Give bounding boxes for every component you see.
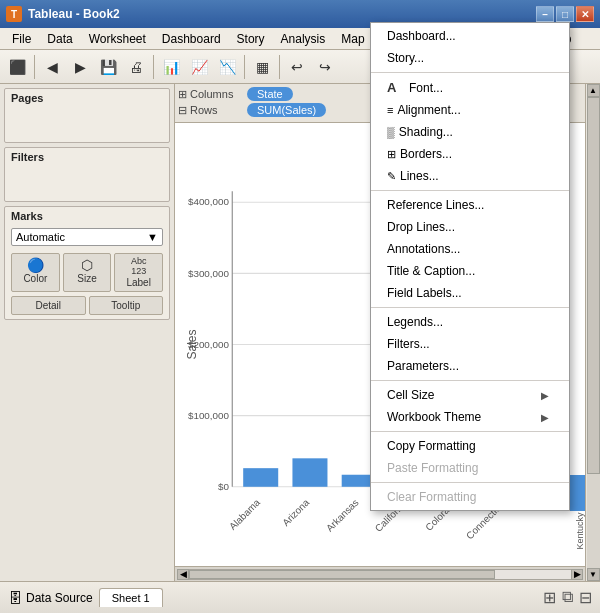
rows-pill[interactable]: SUM(Sales)	[247, 103, 326, 117]
dd-sep-2	[371, 190, 569, 191]
marks-size-btn[interactable]: ⬡ Size	[63, 253, 112, 292]
rows-grid-icon: ⊟	[178, 104, 187, 117]
dd-shading[interactable]: ▒ Shading...	[371, 121, 569, 143]
toolbar-forward[interactable]: ▶	[67, 54, 93, 80]
dd-font[interactable]: A Font...	[371, 76, 569, 99]
bar-alabama	[243, 468, 278, 487]
marks-size-label: Size	[77, 273, 96, 284]
filters-body	[5, 166, 169, 201]
dd-paste-formatting: Paste Formatting	[371, 457, 569, 479]
dd-ref-lines[interactable]: Reference Lines...	[371, 194, 569, 216]
sort-icon[interactable]: ⊟	[579, 588, 592, 607]
columns-pill[interactable]: State	[247, 87, 293, 101]
filters-section: Filters	[4, 147, 170, 202]
toolbar-filter[interactable]: ▦	[249, 54, 275, 80]
h-scrollbar-track[interactable]	[189, 569, 571, 580]
scroll-up-btn[interactable]: ▲	[587, 84, 600, 97]
dd-clear-formatting: Clear Formatting	[371, 486, 569, 508]
marks-type-label: Automatic	[16, 231, 65, 243]
toolbar-print[interactable]: 🖨	[123, 54, 149, 80]
y-tick-3: $300,000	[188, 268, 230, 279]
dropdown-arrow-icon: ▼	[147, 231, 158, 243]
y-tick-2: $200,000	[188, 339, 230, 350]
dd-alignment[interactable]: ≡ Alignment...	[371, 99, 569, 121]
dd-parameters[interactable]: Parameters...	[371, 355, 569, 377]
bar-arizona	[292, 458, 327, 486]
dd-sep-6	[371, 482, 569, 483]
dd-filters[interactable]: Filters...	[371, 333, 569, 355]
maximize-button[interactable]: □	[556, 6, 574, 22]
x-label-alabama: Alabama	[227, 496, 263, 532]
v-scrollbar-track[interactable]	[587, 97, 600, 568]
toolbar-back[interactable]: ◀	[39, 54, 65, 80]
marks-detail-row: Detail Tooltip	[5, 296, 169, 319]
minimize-button[interactable]: –	[536, 6, 554, 22]
dd-borders[interactable]: ⊞ Borders...	[371, 143, 569, 165]
marks-label-label: Label	[126, 277, 150, 288]
dd-copy-formatting[interactable]: Copy Formatting	[371, 435, 569, 457]
dd-annotations[interactable]: Annotations...	[371, 238, 569, 260]
marks-type-dropdown[interactable]: Automatic ▼	[11, 228, 163, 246]
dd-field-labels[interactable]: Field Labels...	[371, 282, 569, 304]
datasource-icon: 🗄	[8, 590, 22, 606]
menu-analysis[interactable]: Analysis	[273, 30, 334, 48]
dd-sep-5	[371, 431, 569, 432]
h-scrollbar-thumb[interactable]	[189, 570, 495, 579]
v-scrollbar-thumb[interactable]	[587, 97, 600, 474]
menu-story[interactable]: Story	[229, 30, 273, 48]
x-label-arkansas: Arkansas	[324, 497, 361, 534]
toolbar-redo[interactable]: ↪	[312, 54, 338, 80]
dd-drop-lines[interactable]: Drop Lines...	[371, 216, 569, 238]
window-controls: – □ ✕	[536, 6, 594, 22]
v-scrollbar-panel[interactable]: ▲ ▼	[585, 84, 600, 581]
scroll-left-btn[interactable]: ◀	[177, 569, 189, 580]
new-sheet-icon[interactable]: ⊞	[543, 588, 556, 607]
toolbar-sep-4	[279, 55, 280, 79]
datasource-tab[interactable]: 🗄 Data Source	[8, 590, 93, 606]
marks-color-label: Color	[23, 273, 47, 284]
toolbar-chart3[interactable]: 📉	[214, 54, 240, 80]
sheet1-tab[interactable]: Sheet 1	[99, 588, 163, 607]
dd-cell-size[interactable]: Cell Size ▶	[371, 384, 569, 406]
h-scrollbar[interactable]: ◀ ▶	[175, 566, 585, 581]
dd-story[interactable]: Story...	[371, 47, 569, 69]
menu-data[interactable]: Data	[39, 30, 80, 48]
dd-dashboard[interactable]: Dashboard...	[371, 25, 569, 47]
shading-icon: ▒	[387, 126, 395, 138]
scroll-down-btn[interactable]: ▼	[587, 568, 600, 581]
y-tick-4: $400,000	[188, 197, 230, 208]
dd-workbook-theme[interactable]: Workbook Theme ▶	[371, 406, 569, 428]
workbook-theme-arrow-icon: ▶	[541, 412, 549, 423]
pages-section: Pages	[4, 88, 170, 143]
toolbar-save[interactable]: 💾	[95, 54, 121, 80]
menu-worksheet[interactable]: Worksheet	[81, 30, 154, 48]
marks-tooltip-btn[interactable]: Tooltip	[89, 296, 164, 315]
window-title: Tableau - Book2	[28, 7, 120, 21]
toolbar-chart2[interactable]: 📈	[186, 54, 212, 80]
kentucky-bar-partial	[569, 475, 585, 511]
font-a-icon: A	[387, 80, 403, 95]
marks-header: Marks	[5, 207, 169, 225]
scroll-right-btn[interactable]: ▶	[571, 569, 583, 580]
dd-lines[interactable]: ✎ Lines...	[371, 165, 569, 187]
dd-legends[interactable]: Legends...	[371, 311, 569, 333]
menu-dashboard[interactable]: Dashboard	[154, 30, 229, 48]
close-button[interactable]: ✕	[576, 6, 594, 22]
format-dropdown-menu: Dashboard... Story... A Font... ≡ Alignm…	[370, 22, 570, 511]
alignment-icon: ≡	[387, 104, 393, 116]
marks-label-btn[interactable]: Abc123 Label	[114, 253, 163, 292]
toolbar-undo[interactable]: ↩	[284, 54, 310, 80]
duplicate-icon[interactable]: ⧉	[562, 588, 573, 607]
app-icon: T	[6, 6, 22, 22]
marks-color-btn[interactable]: 🔵 Color	[11, 253, 60, 292]
dd-title-caption[interactable]: Title & Caption...	[371, 260, 569, 282]
marks-detail-label: Detail	[35, 300, 61, 311]
toolbar-chart1[interactable]: 📊	[158, 54, 184, 80]
marks-detail-btn[interactable]: Detail	[11, 296, 86, 315]
datasource-label: Data Source	[26, 591, 93, 605]
menu-map[interactable]: Map	[333, 30, 372, 48]
toolbar-new[interactable]: ⬛	[4, 54, 30, 80]
toolbar-sep-3	[244, 55, 245, 79]
marks-tooltip-label: Tooltip	[111, 300, 140, 311]
menu-file[interactable]: File	[4, 30, 39, 48]
